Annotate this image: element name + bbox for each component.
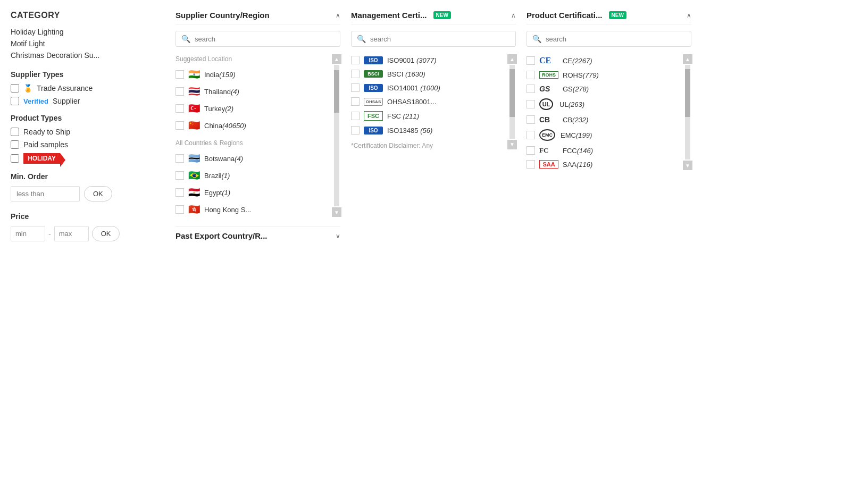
country-china[interactable]: 🇨🇳 China(40650) bbox=[176, 117, 329, 134]
supplier-country-search-input[interactable] bbox=[195, 35, 335, 43]
country-hongkong[interactable]: 🇭🇰 Hong Kong S... bbox=[176, 201, 329, 218]
ready-to-ship-checkbox[interactable] bbox=[11, 128, 19, 136]
management-scroll-down[interactable]: ▼ bbox=[507, 140, 517, 149]
ready-to-ship-label: Ready to Ship bbox=[23, 128, 70, 136]
bsci-checkbox[interactable] bbox=[351, 70, 360, 78]
supplier-country-chevron-up[interactable]: ∧ bbox=[336, 12, 340, 19]
country-turkey[interactable]: 🇹🇷 Turkey(2) bbox=[176, 100, 329, 117]
saa-logo: SAA bbox=[539, 160, 558, 169]
product-cert-search-icon: 🔍 bbox=[532, 35, 541, 43]
cert-cb[interactable]: CB CB(232) bbox=[527, 113, 680, 127]
category-item-motif-light[interactable]: Motif Light bbox=[11, 39, 160, 48]
country-brazil[interactable]: 🇧🇷 Brazil(1) bbox=[176, 167, 329, 184]
category-title: CATEGORY bbox=[11, 11, 160, 20]
india-checkbox[interactable] bbox=[176, 70, 184, 79]
product-cert-chevron-up[interactable]: ∧ bbox=[687, 12, 691, 19]
min-order-input[interactable] bbox=[11, 186, 80, 201]
brazil-checkbox[interactable] bbox=[176, 171, 184, 180]
past-export-header[interactable]: Past Export Country/R... ∨ bbox=[176, 226, 340, 245]
ce-checkbox[interactable] bbox=[527, 56, 535, 65]
turkey-checkbox[interactable] bbox=[176, 104, 184, 113]
china-checkbox[interactable] bbox=[176, 121, 184, 130]
thailand-checkbox[interactable] bbox=[176, 87, 184, 96]
price-ok-button[interactable]: OK bbox=[92, 226, 120, 241]
cert-gs[interactable]: GS GS(278) bbox=[527, 82, 680, 96]
price-row: - OK bbox=[11, 226, 160, 241]
hongkong-checkbox[interactable] bbox=[176, 205, 184, 214]
product-cert-new-badge: NEW bbox=[609, 11, 626, 19]
price-min-input[interactable] bbox=[11, 226, 45, 241]
cert-ohsas18001[interactable]: OHSAS OHSAS18001... bbox=[351, 95, 504, 108]
verified-supplier-row: Verified Supplier bbox=[11, 97, 160, 105]
paid-samples-label: Paid samples bbox=[23, 140, 68, 149]
management-scroll-up[interactable]: ▲ bbox=[507, 54, 517, 64]
holiday-checkbox[interactable] bbox=[11, 154, 19, 163]
ce-logo: CE bbox=[539, 56, 558, 65]
all-countries-label: All Countries & Regions bbox=[176, 139, 329, 147]
fcc-logo: FC bbox=[539, 146, 558, 155]
cert-ce[interactable]: CE CE(2267) bbox=[527, 53, 680, 68]
min-order-row: OK bbox=[11, 186, 160, 201]
iso13485-logo: ISO bbox=[364, 127, 383, 135]
past-export-chevron-down[interactable]: ∨ bbox=[336, 232, 340, 240]
cert-fsc[interactable]: FSC FSC (211) bbox=[351, 108, 504, 123]
cert-saa[interactable]: SAA SAA(116) bbox=[527, 157, 680, 171]
management-cert-disclaimer: *Certification Disclaimer: Any bbox=[351, 141, 504, 150]
price-max-input[interactable] bbox=[54, 226, 89, 241]
paid-samples-checkbox[interactable] bbox=[11, 140, 19, 149]
category-item-christmas[interactable]: Christmas Decoration Su... bbox=[11, 51, 160, 60]
country-thailand[interactable]: 🇹🇭 Thailand(4) bbox=[176, 83, 329, 100]
cb-logo: CB bbox=[539, 115, 558, 124]
supplier-scroll-down[interactable]: ▼ bbox=[332, 207, 341, 217]
cert-bsci[interactable]: BSCI BSCI (1630) bbox=[351, 67, 504, 81]
sidebar: CATEGORY Holiday Lighting Motif Light Ch… bbox=[11, 11, 160, 252]
cert-iso9001[interactable]: ISO ISO9001 (3077) bbox=[351, 53, 504, 67]
management-cert-search-input[interactable] bbox=[370, 35, 510, 43]
ready-to-ship-row: Ready to Ship bbox=[11, 128, 160, 136]
supplier-types-section: Supplier Types 🏅 Trade Assurance Verifie… bbox=[11, 70, 160, 105]
country-botswana[interactable]: 🇧🇼 Botswana(4) bbox=[176, 150, 329, 167]
iso14001-checkbox[interactable] bbox=[351, 83, 360, 92]
gs-checkbox[interactable] bbox=[527, 85, 535, 93]
egypt-checkbox[interactable] bbox=[176, 188, 184, 197]
trade-assurance-label: Trade Assurance bbox=[37, 84, 93, 93]
emc-checkbox[interactable] bbox=[527, 131, 535, 139]
category-item-holiday-lighting[interactable]: Holiday Lighting bbox=[11, 28, 160, 36]
product-cert-panel: Product Certificati... NEW ∧ 🔍 CE CE(226… bbox=[527, 11, 691, 245]
supplier-types-title: Supplier Types bbox=[11, 70, 160, 79]
holiday-badge: HOLIDAY bbox=[23, 153, 60, 164]
product-cert-scroll-down[interactable]: ▼ bbox=[683, 161, 692, 170]
saa-checkbox[interactable] bbox=[527, 160, 535, 169]
supplier-scroll-up[interactable]: ▲ bbox=[332, 54, 341, 64]
country-india[interactable]: 🇮🇳 India(159) bbox=[176, 66, 329, 83]
cert-ul[interactable]: UL UL(263) bbox=[527, 96, 680, 113]
product-cert-search-input[interactable] bbox=[546, 35, 686, 43]
trade-assurance-checkbox[interactable] bbox=[11, 84, 19, 93]
rohs-checkbox[interactable] bbox=[527, 71, 535, 79]
cb-checkbox[interactable] bbox=[527, 115, 535, 124]
product-cert-scroll-up[interactable]: ▲ bbox=[683, 54, 692, 64]
iso13485-checkbox[interactable] bbox=[351, 126, 360, 135]
cert-rohs[interactable]: ROHS ROHS(779) bbox=[527, 68, 680, 82]
cert-fcc[interactable]: FC FCC(146) bbox=[527, 144, 680, 157]
category-list: Holiday Lighting Motif Light Christmas D… bbox=[11, 28, 160, 60]
cert-iso14001[interactable]: ISO ISO14001 (1000) bbox=[351, 81, 504, 95]
fsc-checkbox[interactable] bbox=[351, 112, 360, 120]
cert-emc[interactable]: EMC EMC(199) bbox=[527, 127, 680, 144]
verified-supplier-checkbox[interactable] bbox=[11, 97, 19, 105]
management-cert-chevron-up[interactable]: ∧ bbox=[511, 12, 516, 19]
management-scroll-track: ▲ ▼ bbox=[508, 53, 516, 150]
management-cert-search-icon: 🔍 bbox=[357, 35, 366, 43]
management-cert-title: Management Certi... bbox=[351, 11, 427, 20]
cert-iso13485[interactable]: ISO ISO13485 (56) bbox=[351, 123, 504, 137]
country-egypt[interactable]: 🇪🇬 Egypt(1) bbox=[176, 184, 329, 201]
fcc-checkbox[interactable] bbox=[527, 146, 535, 155]
min-order-ok-button[interactable]: OK bbox=[84, 186, 112, 201]
suggested-location-label: Suggested Location bbox=[176, 55, 329, 63]
botswana-checkbox[interactable] bbox=[176, 154, 184, 163]
iso9001-checkbox[interactable] bbox=[351, 56, 360, 64]
past-export-section: Past Export Country/R... ∨ bbox=[176, 226, 340, 245]
management-cert-header: Management Certi... NEW ∧ bbox=[351, 11, 516, 24]
ohsas18001-checkbox[interactable] bbox=[351, 97, 360, 106]
ul-checkbox[interactable] bbox=[527, 100, 535, 108]
